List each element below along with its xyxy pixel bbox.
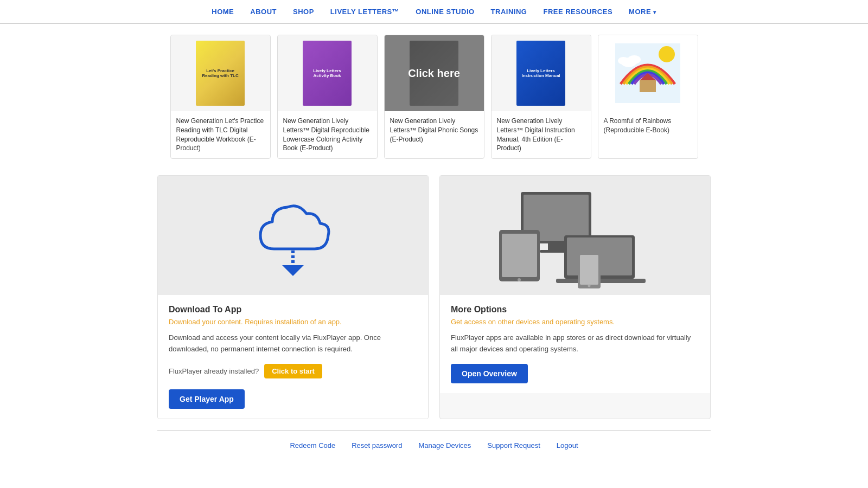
- footer-redeem-code[interactable]: Redeem Code: [290, 441, 335, 450]
- footer-links: Redeem Code Reset password Manage Device…: [157, 430, 711, 455]
- product-img-3: Click here: [385, 35, 484, 111]
- product-img-4: Lively Letters Instruction Manual: [492, 35, 591, 111]
- more-options-desc: FluxPlayer apps are available in app sto…: [451, 332, 699, 355]
- footer-reset-password[interactable]: Reset password: [352, 441, 402, 450]
- cloud-download-icon: [244, 187, 342, 284]
- product-img-1: Let's Practice Reading with TLC: [171, 35, 270, 111]
- svg-rect-11: [548, 243, 564, 250]
- product-title-3: New Generation Lively Letters™ Digital P…: [385, 111, 484, 149]
- more-options-card: More Options Get access on other devices…: [439, 175, 711, 419]
- nav-home[interactable]: HOME: [212, 8, 234, 16]
- svg-point-6: [618, 57, 629, 65]
- flux-installed-label: FluxPlayer already installed?: [169, 367, 259, 375]
- product-img-5: [598, 35, 698, 111]
- svg-rect-20: [580, 255, 598, 285]
- get-player-app-button[interactable]: Get Player App: [169, 389, 245, 409]
- download-card-body-right: More Options Get access on other devices…: [440, 295, 710, 393]
- footer-manage-devices[interactable]: Manage Devices: [418, 441, 471, 450]
- svg-point-5: [628, 55, 641, 64]
- click-to-start-button[interactable]: Click to start: [264, 364, 322, 378]
- product-title-2: New Generation Lively Letters™ Digital R…: [278, 111, 377, 158]
- products-row: Let's Practice Reading with TLC New Gene…: [157, 24, 711, 170]
- download-card-body-left: Download To App Download your content. R…: [158, 295, 428, 419]
- nav-more[interactable]: MORE ▾: [629, 8, 656, 16]
- click-overlay-3: Click here: [385, 35, 484, 111]
- product-title-1: New Generation Let's Practice Reading wi…: [171, 111, 270, 158]
- product-img-2: Lively Letters Activity Book: [278, 35, 377, 111]
- svg-rect-15: [556, 279, 646, 283]
- download-card-img-right: [440, 176, 710, 295]
- download-to-app-card: Download To App Download your content. R…: [157, 175, 429, 419]
- download-subtitle: Download your content. Requires installa…: [169, 318, 417, 326]
- svg-marker-8: [282, 265, 304, 276]
- main-nav: HOME ABOUT SHOP LIVELY LETTERS™ ONLINE S…: [0, 0, 868, 24]
- nav-free-resources[interactable]: FREE RESOURCES: [543, 8, 612, 16]
- product-card-5[interactable]: A Roomful of Rainbows (Reproducible E-Bo…: [598, 35, 698, 159]
- product-title-5: A Roomful of Rainbows (Reproducible E-Bo…: [598, 111, 698, 140]
- svg-point-1: [659, 46, 675, 62]
- more-options-subtitle: Get access on other devices and operatin…: [451, 318, 699, 326]
- download-heading: Download To App: [169, 305, 417, 314]
- product-card-4[interactable]: Lively Letters Instruction Manual New Ge…: [491, 35, 591, 159]
- svg-rect-2: [640, 80, 656, 92]
- more-options-heading: More Options: [451, 305, 699, 314]
- svg-rect-17: [502, 234, 537, 277]
- nav-about[interactable]: ABOUT: [250, 8, 277, 16]
- download-card-img-left: [158, 176, 428, 295]
- rainbow-svg: [615, 43, 680, 103]
- product-card-3[interactable]: Click here New Generation Lively Letters…: [384, 35, 484, 159]
- nav-training[interactable]: TRAINING: [491, 8, 527, 16]
- footer-support-request[interactable]: Support Request: [487, 441, 540, 450]
- nav-online-studio[interactable]: ONLINE STUDIO: [416, 8, 474, 16]
- svg-point-18: [518, 278, 521, 281]
- product-card-2[interactable]: Lively Letters Activity Book New Generat…: [277, 35, 378, 159]
- product-title-4: New Generation Lively Letters™ Digital I…: [492, 111, 591, 158]
- devices-icon: [488, 181, 662, 290]
- product-card-1[interactable]: Let's Practice Reading with TLC New Gene…: [170, 35, 271, 159]
- nav-lively-letters[interactable]: LIVELY LETTERS™: [330, 8, 399, 16]
- footer-logout[interactable]: Logout: [557, 441, 578, 450]
- download-desc: Download and access your content locally…: [169, 332, 417, 355]
- svg-point-21: [588, 285, 591, 287]
- open-overview-button[interactable]: Open Overview: [451, 364, 528, 383]
- flux-installed-row: FluxPlayer already installed? Click to s…: [169, 364, 417, 378]
- download-section: Download To App Download your content. R…: [157, 175, 711, 419]
- nav-shop[interactable]: SHOP: [293, 8, 314, 16]
